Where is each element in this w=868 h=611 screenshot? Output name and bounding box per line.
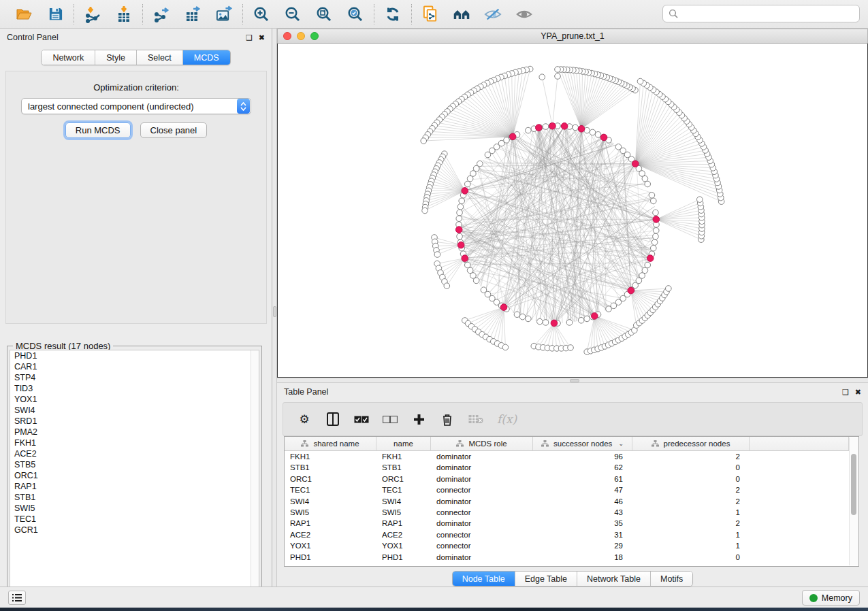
cell-successor_nodes[interactable]: 18 [533, 552, 632, 563]
cell-name[interactable]: SWI4 [376, 496, 431, 507]
cell-empty[interactable] [750, 484, 849, 495]
cell-shared_name[interactable]: FKH1 [285, 451, 376, 462]
cell-predecessor_nodes[interactable]: 2 [632, 496, 750, 507]
graph-node[interactable] [595, 131, 601, 137]
cell-name[interactable]: STB1 [376, 462, 431, 473]
graph-node[interactable] [652, 240, 658, 246]
mcds-result-item[interactable]: STB5 [10, 459, 259, 470]
cell-successor_nodes[interactable]: 62 [533, 462, 632, 473]
column-header-predecessor-nodes[interactable]: predecessor nodes [632, 437, 750, 451]
graph-node[interactable] [459, 198, 465, 204]
mcds-result-item[interactable]: CAR1 [10, 361, 259, 372]
zoom-fit-icon[interactable] [315, 5, 333, 23]
clone-network-icon[interactable] [421, 5, 439, 23]
column-header-MCDS-role[interactable]: MCDS role [431, 437, 533, 451]
cell-mcds_role[interactable]: dominator [431, 496, 533, 507]
graph-node[interactable] [642, 267, 648, 274]
refresh-view-icon[interactable] [384, 5, 402, 23]
cell-predecessor_nodes[interactable]: 0 [632, 474, 750, 484]
graph-satellite-node[interactable] [444, 283, 450, 289]
table-row[interactable]: TEC1TEC1connector472 [285, 484, 849, 495]
close-panel-icon[interactable]: ✖ [855, 388, 861, 397]
graph-node[interactable] [650, 198, 656, 204]
tab-mcds[interactable]: MCDS [183, 50, 230, 65]
float-panel-icon[interactable]: ❑ [246, 33, 253, 42]
mcds-result-item[interactable]: TEC1 [10, 514, 259, 525]
graph-hub-node[interactable] [600, 134, 607, 141]
cell-empty[interactable] [750, 496, 849, 507]
graph-hub-node[interactable] [551, 320, 558, 327]
tab-node-table[interactable]: Node Table [453, 572, 515, 586]
splitter-grip[interactable] [273, 306, 276, 317]
column-header-name[interactable]: name [376, 437, 431, 451]
cell-shared_name[interactable]: RAP1 [285, 518, 376, 529]
graph-hub-node[interactable] [462, 188, 468, 195]
table-row[interactable]: ACE2ACE2connector311 [285, 529, 849, 540]
table-row[interactable]: PHD1PHD1dominator180 [285, 552, 849, 563]
cell-mcds_role[interactable]: dominator [431, 518, 533, 529]
mcds-result-item[interactable]: TID3 [10, 383, 259, 394]
graph-hub-node[interactable] [500, 304, 507, 311]
graph-node[interactable] [543, 320, 549, 326]
cell-mcds_role[interactable]: connector [431, 529, 533, 540]
cell-successor_nodes[interactable]: 61 [533, 474, 632, 484]
mcds-result-item[interactable]: STP4 [10, 372, 259, 383]
mcds-result-item[interactable]: ORC1 [10, 470, 259, 481]
table-row[interactable]: FKH1FKH1dominator962 [285, 451, 849, 462]
graph-node[interactable] [645, 262, 651, 268]
close-panel-button[interactable]: Close panel [140, 122, 208, 138]
graph-hub-node[interactable] [578, 126, 585, 133]
graph-satellite-node[interactable] [421, 138, 427, 144]
tab-network-table[interactable]: Network Table [577, 572, 651, 586]
graph-satellite-node[interactable] [637, 78, 643, 84]
network-graph[interactable] [278, 44, 867, 376]
cell-shared_name[interactable]: SWI5 [285, 507, 376, 518]
graph-node[interactable] [526, 316, 532, 322]
graph-node[interactable] [526, 127, 532, 133]
cell-predecessor_nodes[interactable]: 2 [632, 518, 750, 529]
show-all-icon[interactable] [515, 5, 533, 23]
memory-button[interactable]: Memory [802, 590, 860, 606]
graph-satellite-node[interactable] [568, 345, 574, 351]
graph-node[interactable] [467, 176, 473, 182]
cell-mcds_role[interactable]: connector [431, 507, 533, 518]
cell-shared_name[interactable]: PHD1 [285, 552, 376, 563]
cell-predecessor_nodes[interactable]: 1 [632, 507, 750, 518]
cell-predecessor_nodes[interactable]: 1 [632, 529, 750, 540]
cell-name[interactable]: RAP1 [376, 518, 431, 529]
tab-edge-table[interactable]: Edge Table [515, 572, 577, 586]
graph-hub-node[interactable] [653, 216, 660, 223]
task-history-button[interactable] [8, 591, 26, 605]
graph-node[interactable] [485, 152, 491, 158]
graph-hub-node[interactable] [647, 255, 654, 262]
column-header-successor-nodes[interactable]: successor nodes⌄ [533, 437, 632, 451]
mcds-result-item[interactable]: ACE2 [10, 448, 259, 459]
graph-satellite-node[interactable] [539, 74, 545, 80]
zoom-in-icon[interactable] [253, 5, 270, 23]
graph-satellite-node[interactable] [422, 208, 428, 214]
cell-predecessor_nodes[interactable]: 0 [632, 552, 750, 563]
cell-name[interactable]: SWI5 [376, 507, 431, 518]
graph-node[interactable] [578, 317, 584, 323]
graph-satellite-node[interactable] [666, 286, 672, 292]
graph-hub-node[interactable] [457, 242, 464, 248]
graph-node[interactable] [457, 204, 464, 210]
unselect-all-checkboxes-icon[interactable] [383, 411, 398, 427]
mcds-result-item[interactable]: RAP1 [10, 481, 259, 492]
cell-successor_nodes[interactable]: 43 [533, 507, 632, 518]
table-row[interactable]: ORC1ORC1dominator610 [285, 474, 849, 484]
add-column-icon[interactable] [411, 411, 426, 427]
graph-hub-node[interactable] [462, 255, 468, 262]
graph-node[interactable] [519, 314, 526, 320]
graph-node[interactable] [473, 278, 479, 284]
open-file-icon[interactable] [15, 5, 33, 23]
close-panel-icon[interactable]: ✖ [259, 33, 265, 42]
save-session-icon[interactable] [46, 5, 64, 23]
hide-selected-icon[interactable] [484, 5, 502, 23]
cell-empty[interactable] [750, 518, 849, 529]
network-canvas[interactable] [277, 44, 868, 378]
graph-hub-node[interactable] [628, 287, 634, 294]
import-network-icon[interactable] [84, 5, 101, 23]
cell-successor_nodes[interactable]: 96 [533, 451, 632, 462]
mcds-result-list[interactable]: PHD1CAR1STP4TID3YOX1SWI4SRD1PMA2FKH1ACE2… [10, 350, 259, 596]
